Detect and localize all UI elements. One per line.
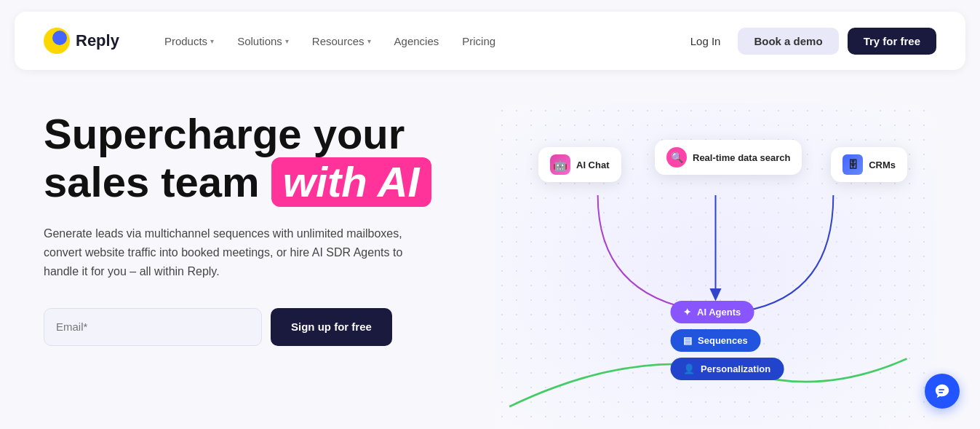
- sequences-icon: ▤: [683, 335, 692, 346]
- nav-actions: Log In Book a demo Try for free: [682, 28, 936, 55]
- database-icon: 🗄: [842, 154, 863, 175]
- signup-form: Sign up for free: [44, 308, 451, 346]
- email-input[interactable]: [44, 308, 262, 346]
- chat-icon: [934, 383, 950, 399]
- svg-point-1: [52, 31, 67, 45]
- book-demo-button[interactable]: Book a demo: [738, 28, 838, 55]
- sequences-pill: ▤ Sequences: [670, 329, 761, 352]
- signup-button[interactable]: Sign up for free: [271, 308, 392, 346]
- pill-stack: ✦ AI Agents ▤ Sequences 👤 Personalizatio…: [670, 301, 784, 380]
- ai-chat-card: 🤖 AI Chat: [538, 147, 621, 182]
- nav-item-resources[interactable]: Resources ▾: [302, 29, 381, 53]
- brand-name: Reply: [76, 31, 119, 50]
- chevron-down-icon: ▾: [285, 37, 289, 45]
- realtime-card: 🔍 Real-time data search: [655, 140, 802, 175]
- nav-item-agencies[interactable]: Agencies: [384, 29, 450, 53]
- search-icon: 🔍: [666, 147, 687, 168]
- hero-illustration: 🤖 AI Chat 🔍 Real-time data search 🗄 CRMs…: [495, 103, 936, 429]
- hero-highlight: with AI: [271, 157, 431, 207]
- hero-section: Supercharge your sales team with AI Gene…: [0, 82, 980, 429]
- navbar: Reply Products ▾ Solutions ▾ Resources ▾…: [15, 12, 965, 70]
- chat-fab-button[interactable]: [925, 374, 960, 409]
- robot-icon: 🤖: [550, 154, 570, 175]
- hero-description: Generate leads via multichannel sequence…: [44, 224, 407, 282]
- login-button[interactable]: Log In: [682, 29, 730, 53]
- agents-icon: ✦: [683, 307, 691, 318]
- hero-title: Supercharge your sales team with AI: [44, 111, 451, 207]
- hero-content: Supercharge your sales team with AI Gene…: [44, 103, 451, 429]
- nav-item-solutions[interactable]: Solutions ▾: [227, 29, 299, 53]
- chevron-down-icon: ▾: [210, 37, 214, 45]
- logo-icon: [44, 28, 70, 54]
- nav-item-products[interactable]: Products ▾: [154, 29, 224, 53]
- personalization-pill: 👤 Personalization: [670, 358, 784, 380]
- person-icon: 👤: [683, 363, 695, 374]
- crms-card: 🗄 CRMs: [831, 147, 907, 182]
- try-free-button[interactable]: Try for free: [848, 28, 936, 55]
- ai-agents-pill: ✦ AI Agents: [670, 301, 754, 323]
- nav-links: Products ▾ Solutions ▾ Resources ▾ Agenc…: [154, 29, 682, 53]
- chevron-down-icon: ▾: [367, 37, 371, 45]
- nav-item-pricing[interactable]: Pricing: [452, 29, 506, 53]
- logo-link[interactable]: Reply: [44, 28, 119, 54]
